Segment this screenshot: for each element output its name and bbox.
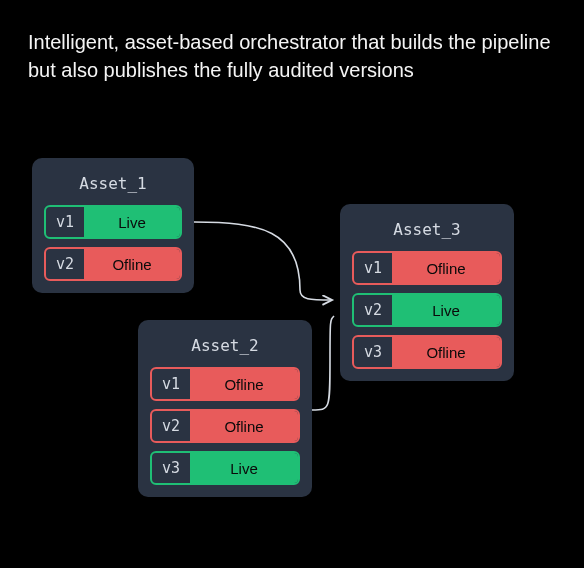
version-row: v3 Ofline <box>352 335 502 369</box>
version-tag: v1 <box>46 207 84 237</box>
edge-asset2-asset3 <box>312 316 334 410</box>
version-row: v2 Ofline <box>150 409 300 443</box>
version-tag: v2 <box>152 411 190 441</box>
asset-title: Asset_3 <box>352 220 502 239</box>
asset-card-3: Asset_3 v1 Ofline v2 Live v3 Ofline <box>340 204 514 381</box>
version-tag: v3 <box>152 453 190 483</box>
version-status-live: Live <box>84 207 180 237</box>
version-status-live: Live <box>392 295 500 325</box>
asset-title: Asset_2 <box>150 336 300 355</box>
diagram-canvas: Asset_1 v1 Live v2 Ofline Asset_2 v1 Ofl… <box>0 0 584 568</box>
version-status-live: Live <box>190 453 298 483</box>
version-status-offline: Ofline <box>84 249 180 279</box>
asset-title: Asset_1 <box>44 174 182 193</box>
version-row: v1 Ofline <box>352 251 502 285</box>
version-status-offline: Ofline <box>392 253 500 283</box>
version-row: v1 Ofline <box>150 367 300 401</box>
version-row: v2 Ofline <box>44 247 182 281</box>
version-row: v1 Live <box>44 205 182 239</box>
version-row: v3 Live <box>150 451 300 485</box>
version-tag: v2 <box>354 295 392 325</box>
version-tag: v1 <box>152 369 190 399</box>
version-status-offline: Ofline <box>190 411 298 441</box>
version-row: v2 Live <box>352 293 502 327</box>
version-tag: v3 <box>354 337 392 367</box>
version-status-offline: Ofline <box>392 337 500 367</box>
asset-card-2: Asset_2 v1 Ofline v2 Ofline v3 Live <box>138 320 312 497</box>
version-tag: v1 <box>354 253 392 283</box>
asset-card-1: Asset_1 v1 Live v2 Ofline <box>32 158 194 293</box>
version-status-offline: Ofline <box>190 369 298 399</box>
version-tag: v2 <box>46 249 84 279</box>
edge-asset1-asset3 <box>194 222 332 300</box>
